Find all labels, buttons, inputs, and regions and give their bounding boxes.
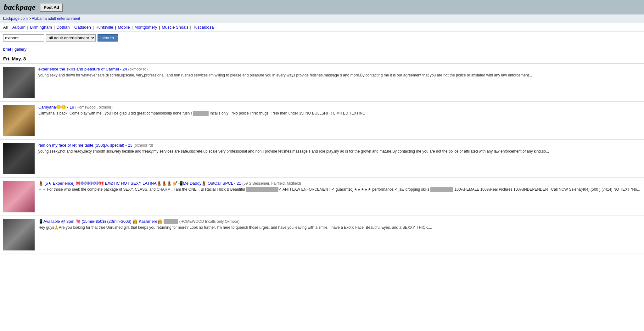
list-item: Camyana😐😐 - 19 (Homewood , oxmoor) Camya…: [0, 102, 644, 140]
breadcrumb: backpage.com > Alabama adult entertainme…: [0, 14, 644, 23]
listing-link[interactable]: experience the skills and pleasure of Ca…: [38, 67, 127, 71]
city-link-dothan[interactable]: Dothan: [57, 25, 70, 30]
list-item: 💄 [5★ Experience] 🎀®©®®©®🎀 EXØTiC HOT SE…: [0, 178, 644, 216]
listing-location: (59 S Bessemer, Fairfield, Midfield): [242, 181, 301, 186]
listing-content: 💄 [5★ Experience] 🎀®©®®©®🎀 EXØTiC HOT SE…: [38, 181, 641, 192]
city-link-birmingham[interactable]: Birmingham: [30, 25, 52, 30]
search-bar: all adult entertainment search: [0, 32, 644, 44]
list-item: experience the skills and pleasure of Ca…: [0, 64, 644, 102]
listing-content: experience the skills and pleasure of Ca…: [38, 67, 641, 78]
listings-container: experience the skills and pleasure of Ca…: [0, 64, 644, 254]
listing-thumbnail: [3, 105, 35, 136]
city-link-gadsden[interactable]: Gadsden: [74, 25, 91, 30]
listing-content: rain on my face or let me taste ($50q.v.…: [38, 143, 641, 154]
listing-description: young,ssexy,hot and ready.sexy smooth sk…: [38, 149, 641, 154]
gallery-view-link[interactable]: gallery: [14, 47, 26, 52]
blurred-phone: [193, 111, 209, 116]
city-link-montgomery[interactable]: Montgomery: [134, 25, 157, 30]
listing-location: (HOMEWOOD Incalls only Oxmoor): [164, 219, 239, 224]
listing-thumbnail: [3, 181, 35, 212]
city-link-auburn[interactable]: Auburn: [12, 25, 25, 30]
view-toggle-separator: |: [12, 47, 14, 52]
brief-view-link[interactable]: brief: [3, 47, 11, 52]
list-item: rain on my face or let me taste ($50q.v.…: [0, 140, 644, 178]
blurred-content: [246, 187, 278, 192]
listing-title: Camyana😐😐 - 19 (Homewood , oxmoor): [38, 105, 641, 109]
listing-description: →→ For those who seek the complete packa…: [38, 187, 641, 192]
breadcrumb-section-link[interactable]: Alabama adult entertainment: [32, 16, 80, 21]
city-link-mobile[interactable]: Mobile: [118, 25, 130, 30]
listing-title: 💄 [5★ Experience] 🎀®©®®©®🎀 EXØTiC HOT SE…: [38, 181, 641, 186]
listing-link[interactable]: rain on my face or let me taste ($50q.v.…: [38, 143, 132, 148]
listing-link[interactable]: 📱Available @ 3pm 💘 (15min-$50$) (20min-$…: [38, 219, 162, 224]
listing-title: experience the skills and pleasure of Ca…: [38, 67, 641, 71]
listing-link[interactable]: 💄 [5★ Experience] 🎀®©®®©®🎀 EXØTiC HOT SE…: [38, 181, 241, 186]
listing-link[interactable]: Camyana😐😐 - 19: [38, 105, 74, 109]
search-button[interactable]: search: [98, 34, 118, 42]
listing-title: 📱Available @ 3pm 💘 (15min-$50$) (20min-$…: [38, 219, 641, 224]
listing-location: (oxmoor rd): [128, 67, 148, 71]
listing-thumbnail: [3, 67, 35, 98]
listing-description: young sexy and down for whatever.safe,di…: [38, 73, 641, 78]
blurred-phone-2: [164, 219, 178, 224]
listing-description: Camyana is back! Come play with me , you…: [38, 111, 641, 116]
date-header: Fri. May. 8: [0, 54, 644, 64]
listing-content: 📱Available @ 3pm 💘 (15min-$50$) (20min-$…: [38, 219, 641, 230]
listing-description: Hey guys🙏Are you looking for that true U…: [38, 225, 641, 230]
blurred-content-2: [430, 187, 453, 192]
header: backpage Post Ad: [0, 0, 644, 14]
city-link-muscle-shoals[interactable]: Muscle Shoals: [162, 25, 188, 30]
list-item: 📱Available @ 3pm 💘 (15min-$50$) (20min-$…: [0, 216, 644, 254]
category-select[interactable]: all adult entertainment: [46, 34, 96, 42]
listing-location: (oxmoor rd): [134, 143, 153, 148]
city-navigation: All | Auburn | Birmingham | Dothan | Gad…: [0, 23, 644, 32]
city-link-huntsville[interactable]: Huntsville: [95, 25, 113, 30]
post-ad-button[interactable]: Post Ad: [40, 3, 63, 12]
breadcrumb-site-link[interactable]: backpage.com: [3, 16, 28, 21]
site-logo: backpage: [4, 3, 36, 12]
listing-thumbnail: [3, 143, 35, 174]
listing-thumbnail: [3, 219, 35, 250]
city-nav-all-label: All: [3, 25, 8, 30]
listing-title: rain on my face or let me taste ($50q.v.…: [38, 143, 641, 148]
search-input[interactable]: [3, 34, 44, 42]
listing-content: Camyana😐😐 - 19 (Homewood , oxmoor) Camya…: [38, 105, 641, 116]
listing-location: (Homewood , oxmoor): [75, 105, 113, 109]
view-toggle: brief | gallery: [0, 44, 644, 54]
breadcrumb-separator: >: [29, 16, 32, 21]
city-link-tuscaloosa[interactable]: Tuscaloosa: [193, 25, 214, 30]
